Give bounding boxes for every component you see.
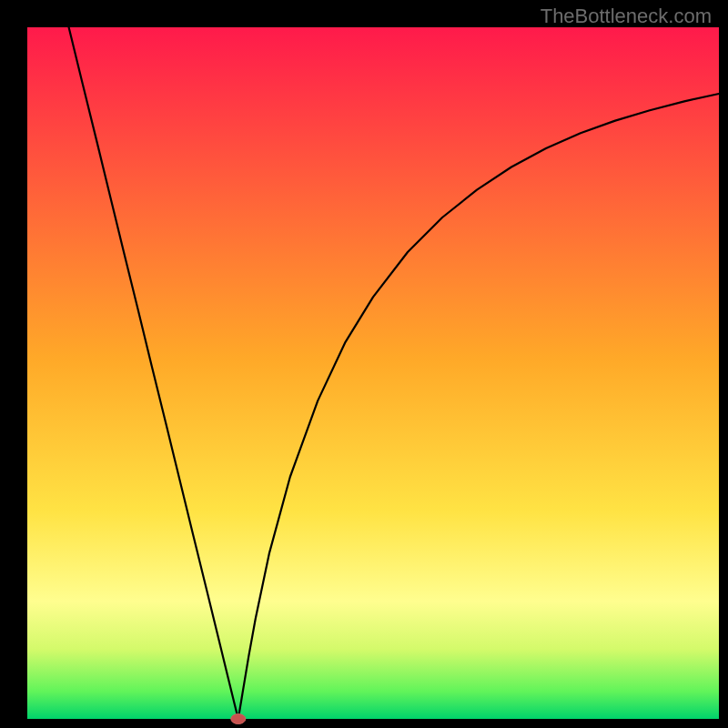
plot-svg — [0, 0, 728, 728]
plot-background — [27, 27, 719, 719]
chart-frame: TheBottleneck.com — [0, 0, 728, 728]
watermark-text: TheBottleneck.com — [541, 5, 712, 28]
minimum-marker — [231, 714, 246, 724]
